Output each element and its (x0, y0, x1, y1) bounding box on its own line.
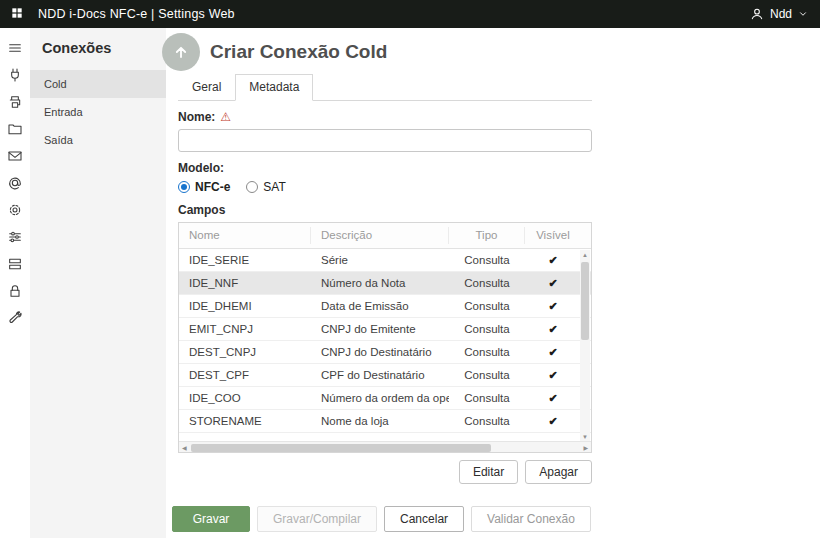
printers-icon[interactable] (2, 88, 28, 115)
user-menu[interactable]: Ndd (750, 7, 808, 21)
check-icon: ✔ (525, 254, 581, 267)
table-row[interactable]: IDE_NNFNúmero da NotaConsulta✔ (179, 272, 591, 295)
campos-label: Campos (178, 203, 225, 217)
nome-label: Nome: (178, 110, 215, 124)
table-header: NomeDescriçãoTipoVisível (179, 223, 591, 249)
parameters-icon[interactable] (2, 223, 28, 250)
cell-nome: IDE_NNF (179, 277, 311, 289)
window-body: Conexões ColdEntradaSaída Criar Conexão … (0, 28, 820, 538)
tools-icon[interactable] (2, 304, 28, 331)
cell-nome: IDE_SERIE (179, 254, 311, 266)
tab-metadata[interactable]: Metadata (235, 74, 313, 101)
scroll-right-icon[interactable]: ▶ (583, 444, 588, 451)
connection-form: Nome: ⚠ Modelo: NFC-eSAT Campos NomeDesc… (178, 110, 592, 484)
cell-descricao: Número da ordem da operaç... (311, 392, 449, 404)
cell-tipo: Consulta (449, 300, 525, 312)
app-grid-icon[interactable] (10, 6, 26, 22)
table-row[interactable]: DEST_CNPJCNPJ do DestinatárioConsulta✔ (179, 341, 591, 364)
delete-button[interactable]: Apagar (525, 460, 592, 484)
connections-list: ColdEntradaSaída (30, 70, 166, 154)
horizontal-scrollbar[interactable]: ◀ ▶ (179, 441, 591, 452)
cell-tipo: Consulta (449, 369, 525, 381)
check-icon: ✔ (525, 392, 581, 405)
table-row[interactable]: EMIT_CNPJCNPJ do EmitenteConsulta✔ (179, 318, 591, 341)
connection-item-entrada[interactable]: Entrada (30, 98, 166, 126)
table-row[interactable]: DEST_CPFCPF do DestinatárioConsulta✔ (179, 364, 591, 387)
nome-input[interactable] (178, 129, 592, 152)
vertical-scrollbar[interactable]: ▲ ▼ (580, 250, 590, 442)
warning-icon: ⚠ (220, 111, 231, 123)
chevron-down-icon (798, 9, 808, 19)
connections-panel: Conexões ColdEntradaSaída (30, 28, 166, 538)
upload-arrow-icon (162, 33, 200, 71)
table-row[interactable]: IDE_DHEMIData de EmissãoConsulta✔ (179, 295, 591, 318)
table-row[interactable]: IDE_COONúmero da ordem da operaç...Consu… (179, 387, 591, 410)
settings-icon[interactable] (2, 196, 28, 223)
cell-descricao: Número da Nota (311, 277, 449, 289)
connection-item-cold[interactable]: Cold (30, 70, 166, 98)
user-icon (750, 7, 764, 21)
check-icon: ✔ (525, 323, 581, 336)
cell-nome: IDE_DHEMI (179, 300, 311, 312)
cell-tipo: Consulta (449, 392, 525, 404)
check-icon: ✔ (525, 346, 581, 359)
cell-nome: STORENAME (179, 415, 311, 427)
cell-nome: EMIT_CNPJ (179, 323, 311, 335)
radio-nfc-e[interactable]: NFC-e (178, 180, 230, 194)
radio-sat[interactable]: SAT (246, 180, 285, 194)
validate-connection-button[interactable]: Validar Conexão (471, 506, 591, 532)
save-button[interactable]: Gravar (172, 506, 250, 532)
cell-tipo: Consulta (449, 415, 525, 427)
check-icon: ✔ (525, 415, 581, 428)
email-icon[interactable] (2, 169, 28, 196)
modules-icon[interactable] (2, 250, 28, 277)
cancel-button[interactable]: Cancelar (384, 506, 464, 532)
edit-button[interactable]: Editar (459, 460, 518, 484)
cell-tipo: Consulta (449, 277, 525, 289)
page-header: Criar Conexão Cold (178, 32, 820, 72)
security-icon[interactable] (2, 277, 28, 304)
scroll-left-icon[interactable]: ◀ (182, 444, 187, 451)
column-header-visível[interactable]: Visível (525, 227, 581, 244)
footer-actions: GravarGravar/CompilarCancelarValidar Con… (172, 506, 591, 532)
column-header-descrição[interactable]: Descrição (311, 227, 449, 244)
user-name: Ndd (770, 7, 792, 21)
cell-nome: DEST_CPF (179, 369, 311, 381)
modelo-radio-group: NFC-eSAT (178, 180, 592, 194)
table-body: IDE_SERIESérieConsulta✔IDE_NNFNúmero da … (179, 249, 591, 441)
column-header-tipo[interactable]: Tipo (449, 227, 525, 244)
cell-tipo: Consulta (449, 346, 525, 358)
cell-nome: IDE_COO (179, 392, 311, 404)
files-icon[interactable] (2, 115, 28, 142)
cell-descricao: Série (311, 254, 449, 266)
vertical-scroll-thumb[interactable] (581, 262, 589, 340)
table-row[interactable]: IDE_SERIESérieConsulta✔ (179, 249, 591, 272)
connections-icon[interactable] (2, 61, 28, 88)
scroll-up-icon[interactable]: ▲ (582, 250, 588, 260)
cell-descricao: CNPJ do Destinatário (311, 346, 449, 358)
table-actions: EditarApagar (178, 460, 592, 484)
messages-icon[interactable] (2, 142, 28, 169)
campos-table: NomeDescriçãoTipoVisível IDE_SERIESérieC… (178, 222, 592, 453)
cell-tipo: Consulta (449, 323, 525, 335)
radio-label: NFC-e (195, 180, 230, 194)
cell-descricao: CPF do Destinatário (311, 369, 449, 381)
horizontal-scroll-thumb[interactable] (191, 444, 491, 452)
app-title: NDD i-Docs NFC-e | Settings Web (38, 7, 235, 21)
radio-circle-icon (246, 181, 258, 193)
app-window: NDD i-Docs NFC-e | Settings Web Ndd Cone… (0, 0, 820, 538)
connection-item-saída[interactable]: Saída (30, 126, 166, 154)
save-compile-button[interactable]: Gravar/Compilar (257, 506, 377, 532)
radio-label: SAT (263, 180, 285, 194)
tab-bar: GeralMetadata (178, 74, 592, 101)
menu-icon[interactable] (2, 34, 28, 61)
page-title: Criar Conexão Cold (210, 41, 387, 63)
check-icon: ✔ (525, 277, 581, 290)
column-header-nome[interactable]: Nome (179, 227, 311, 244)
check-icon: ✔ (525, 300, 581, 313)
tab-geral[interactable]: Geral (178, 74, 235, 101)
icon-rail (0, 28, 30, 538)
modelo-label: Modelo: (178, 161, 224, 175)
check-icon: ✔ (525, 369, 581, 382)
table-row[interactable]: STORENAMENome da lojaConsulta✔ (179, 410, 591, 433)
